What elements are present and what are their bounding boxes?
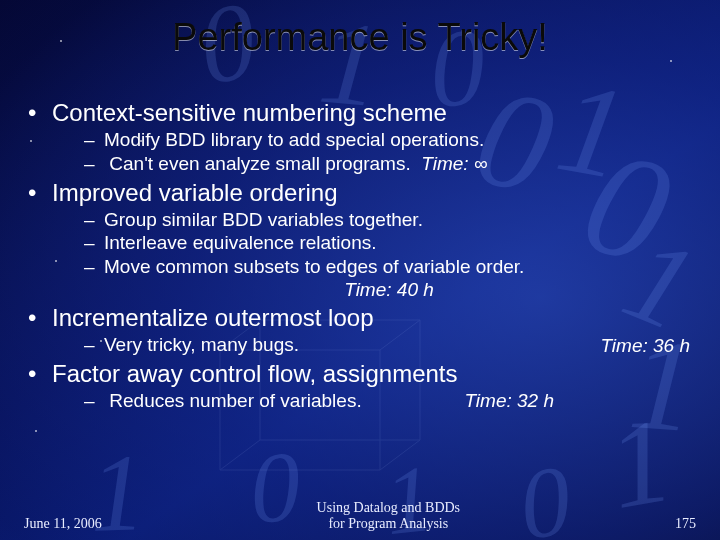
sub-label: Group similar BDD variables together. <box>104 209 423 230</box>
bullet-label: Context-sensitive numbering scheme <box>52 99 447 126</box>
sub-label: Modify BDD library to add special operat… <box>104 129 484 150</box>
sub-label: Very tricky, many bugs. <box>104 334 299 355</box>
bullet-1: Context-sensitive numbering scheme Modif… <box>28 98 694 176</box>
time-label: Time: <box>421 153 468 174</box>
sub-item: Interleave equivalence relations. <box>84 231 694 255</box>
slide: 010 010 111 010 1 Performance is Tricky!… <box>0 0 720 540</box>
sub-label: Can't even analyze small programs. <box>109 153 410 174</box>
sub-label: Reduces number of variables. <box>109 390 361 411</box>
slide-body: Context-sensitive numbering scheme Modif… <box>28 96 694 412</box>
time-value: Time: 36 h <box>600 335 690 357</box>
bullet-label: Incrementalize outermost loop <box>52 304 374 331</box>
svg-line-10 <box>220 440 260 470</box>
sub-label: Move common subsets to edges of variable… <box>104 256 524 277</box>
footer-page-number: 175 <box>675 516 696 532</box>
bullet-2: Improved variable ordering Group similar… <box>28 178 694 301</box>
bullet-3: Incrementalize outermost loop Very trick… <box>28 303 694 357</box>
bullet-label: Factor away control flow, assignments <box>52 360 458 387</box>
slide-title: Performance is Tricky! <box>0 16 720 59</box>
sub-item: Group similar BDD variables together. <box>84 208 694 232</box>
sub-item: Reduces number of variables. <box>84 389 694 413</box>
slide-footer: June 11, 2006 Using Datalog and BDDs for… <box>24 500 696 532</box>
sub-item: Can't even analyze small programs. Time:… <box>84 152 694 176</box>
time-value: Time: 32 h <box>464 390 554 412</box>
footer-date: June 11, 2006 <box>24 516 102 532</box>
time-value: ∞ <box>474 153 488 174</box>
bullet-4: Factor away control flow, assignments Re… <box>28 359 694 413</box>
footer-title-line: for Program Analysis <box>328 516 448 531</box>
footer-title-line: Using Datalog and BDDs <box>317 500 461 515</box>
svg-line-11 <box>380 440 420 470</box>
time-value: Time: 40 h <box>28 279 694 301</box>
sub-item: Move common subsets to edges of variable… <box>84 255 694 279</box>
bullet-label: Improved variable ordering <box>52 179 337 206</box>
footer-title: Using Datalog and BDDs for Program Analy… <box>102 500 675 532</box>
sub-label: Interleave equivalence relations. <box>104 232 377 253</box>
sub-item: Modify BDD library to add special operat… <box>84 128 694 152</box>
